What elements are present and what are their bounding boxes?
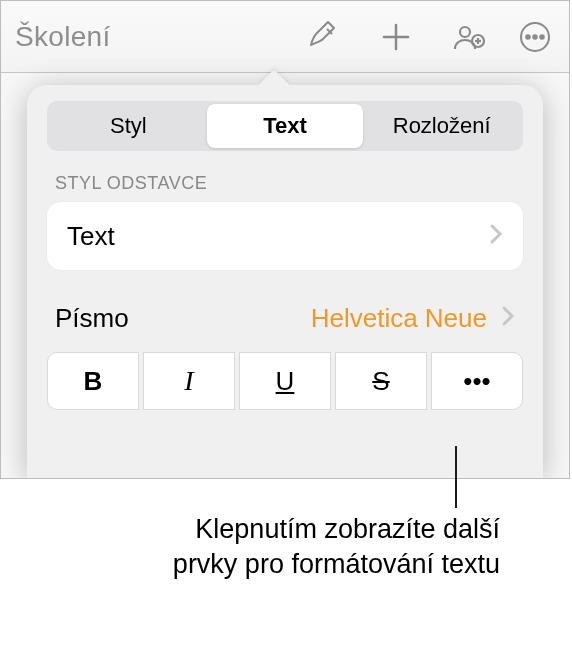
italic-button[interactable]: I [143, 352, 235, 410]
font-row[interactable]: Písmo Helvetica Neue [47, 298, 523, 338]
svg-point-8 [533, 35, 537, 39]
font-label: Písmo [55, 303, 311, 334]
paragraph-style-section-label: STYL ODSTAVCE [55, 173, 515, 194]
svg-point-9 [540, 35, 544, 39]
paragraph-style-value: Text [67, 221, 489, 252]
more-menu-icon[interactable] [515, 12, 555, 62]
app-window: Školení [0, 0, 570, 479]
strikethrough-button[interactable]: S [335, 352, 427, 410]
bold-button[interactable]: B [47, 352, 139, 410]
callout-leader-line [455, 446, 457, 508]
format-popover: Styl Text Rozložení STYL ODSTAVCE Text P… [27, 85, 543, 478]
insert-plus-icon[interactable] [371, 12, 421, 62]
collaborate-icon[interactable] [443, 12, 493, 62]
more-text-options-button[interactable]: ••• [431, 352, 523, 410]
format-brush-icon[interactable] [299, 12, 349, 62]
paragraph-style-row[interactable]: Text [47, 202, 523, 270]
tab-text[interactable]: Text [207, 104, 364, 148]
chevron-right-icon [501, 305, 515, 331]
format-tabs: Styl Text Rozložení [47, 101, 523, 151]
tab-style[interactable]: Styl [50, 104, 207, 148]
document-title: Školení [15, 21, 111, 53]
callout-text: Klepnutím zobrazíte další prvky pro form… [140, 512, 500, 582]
underline-button[interactable]: U [239, 352, 331, 410]
toolbar: Školení [1, 1, 569, 73]
chevron-right-icon [489, 223, 503, 249]
tab-layout[interactable]: Rozložení [363, 104, 520, 148]
svg-point-7 [526, 35, 530, 39]
svg-point-2 [460, 27, 470, 37]
text-style-buttons: B I U S ••• [47, 352, 523, 410]
font-value: Helvetica Neue [311, 303, 487, 334]
